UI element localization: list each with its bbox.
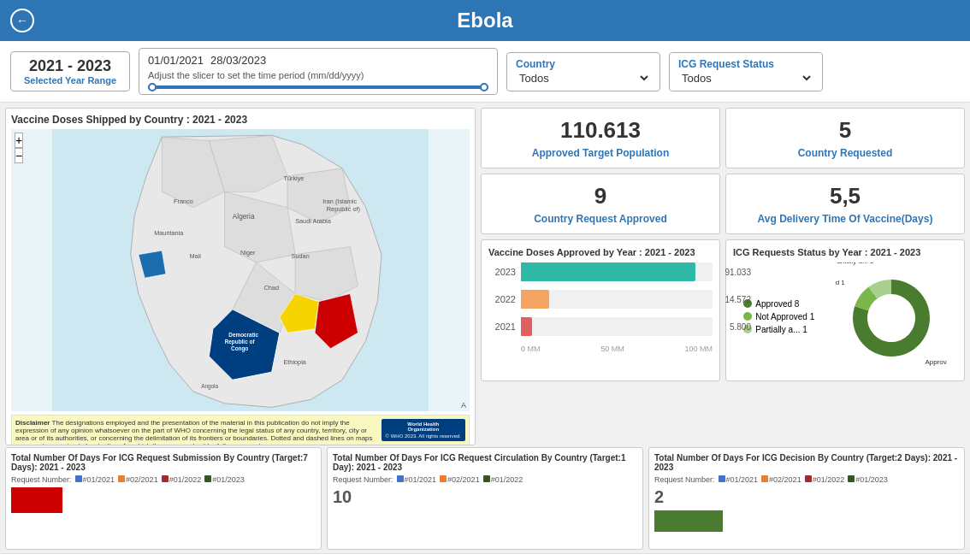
icg-filter-label: ICG Request Status xyxy=(678,58,813,70)
bar-bg: 14.572 xyxy=(521,290,713,309)
map-zoom-out[interactable]: − xyxy=(15,148,23,163)
bar-fill xyxy=(521,290,549,309)
stat-number-3: 5,5 xyxy=(735,183,955,209)
bar-fill xyxy=(521,262,695,281)
map-svg: Algeria Mauritania Mali Niger Chad Sudan… xyxy=(11,129,470,411)
donut-legend: Approved 8Not Approved 1Partially a... 1 xyxy=(743,299,814,338)
icg-filter[interactable]: ICG Request Status Todos xyxy=(669,52,823,91)
bar-year: 2022 xyxy=(488,294,516,304)
filter-bar: 2021 - 2023 Selected Year Range 01/01/20… xyxy=(0,41,970,103)
bar-fill xyxy=(521,317,532,336)
bar-bg: 5.800 xyxy=(521,317,713,336)
stat-card-0: 110.613 Approved Target Population xyxy=(481,108,720,168)
map-panel: Vaccine Doses Shipped by Country : 2021 … xyxy=(5,108,476,445)
country-filter-select[interactable]: Todos xyxy=(516,71,651,85)
svg-text:Iran (Islamic: Iran (Islamic xyxy=(322,197,357,205)
donut-label: Partially a... 1 xyxy=(836,262,874,265)
axis-label: 0 MM xyxy=(521,345,541,353)
bottom-legend-item: #01/2023 xyxy=(204,475,245,484)
map-disclaimer: World Health Organization © WHO 2023. Al… xyxy=(11,415,470,445)
bar-val: 5.800 xyxy=(730,322,751,332)
stat-card-2: 9 Country Request Approved xyxy=(481,174,720,234)
legend-label: Not Approved 1 xyxy=(755,312,814,321)
who-line2: Organization xyxy=(386,427,461,432)
charts-row: Vaccine Doses Approved by Year : 2021 - … xyxy=(481,239,965,381)
svg-text:Türkiye: Türkiye xyxy=(283,174,304,182)
footer: Microsoft Power BI − + 47% ↗ ⤢ xyxy=(0,553,970,560)
bottom-title-1: Total Number Of Days For ICG Request Cir… xyxy=(333,453,637,472)
svg-text:Sudan: Sudan xyxy=(292,252,310,260)
bottom-legend-item: #01/2022 xyxy=(483,475,523,484)
stat-label-1: Country Requested xyxy=(735,147,955,159)
date-hint: Adjust the slicer to set the time period… xyxy=(148,70,488,80)
axis-label: 50 MM xyxy=(600,345,624,353)
country-filter-label: Country xyxy=(516,58,651,70)
bottom-legend-item: #02/2021 xyxy=(440,475,480,484)
svg-text:Mali: Mali xyxy=(189,252,201,260)
bar-year: 2021 xyxy=(488,321,516,332)
bottom-card-1: Total Number Of Days For ICG Request Cir… xyxy=(327,447,643,550)
donut-label: Not Approved 1 xyxy=(836,279,845,286)
stat-label-2: Country Request Approved xyxy=(490,213,711,225)
bottom-legend-item: #01/2021 xyxy=(397,475,437,484)
date-slider[interactable] xyxy=(148,85,488,89)
map-zoom-in[interactable]: + xyxy=(15,133,23,148)
legend-item: Partially a... 1 xyxy=(743,325,814,334)
icg-filter-select[interactable]: Todos xyxy=(678,71,813,85)
map-label-a: A xyxy=(461,401,466,410)
svg-text:Republic of): Republic of) xyxy=(327,205,360,213)
legend-label: Partially a... 1 xyxy=(755,325,807,334)
svg-text:Angola: Angola xyxy=(201,383,218,390)
stat-card-1: 5 Country Requested xyxy=(725,108,965,168)
bottom-legend-1: Request Number: #01/2021#02/2021#01/2022 xyxy=(333,475,637,484)
bottom-bar-green xyxy=(654,510,723,532)
map-title: Vaccine Doses Shipped by Country : 2021 … xyxy=(11,114,470,126)
date-range-filter: 01/01/2021 28/03/2023 Adjust the slicer … xyxy=(139,48,498,95)
legend-dot xyxy=(743,312,752,321)
app-header: ← Ebola xyxy=(0,0,970,41)
stat-number-0: 110.613 xyxy=(490,117,711,144)
legend-item: Approved 8 xyxy=(743,299,814,309)
slider-thumb-right[interactable] xyxy=(480,83,488,91)
bar-row: 2021 5.800 xyxy=(488,317,713,336)
donut-area: Approved 8Not Approved 1Partially a... 1… xyxy=(733,262,957,374)
bar-chart-title: Vaccine Doses Approved by Year : 2021 - … xyxy=(488,247,713,257)
bar-val: 91.033 xyxy=(725,268,751,277)
bar-year: 2023 xyxy=(488,267,516,277)
who-logo: World Health Organization © WHO 2023. Al… xyxy=(381,419,465,441)
bottom-legend-item: #01/2021 xyxy=(719,475,759,484)
svg-text:Ethiopia: Ethiopia xyxy=(283,358,306,366)
date-from: 01/01/2021 xyxy=(148,54,204,67)
back-button[interactable]: ← xyxy=(10,9,34,32)
stat-number-1: 5 xyxy=(735,117,955,144)
svg-text:Republic of: Republic of xyxy=(225,339,256,345)
country-filter[interactable]: Country Todos xyxy=(506,52,660,91)
stats-grid: 110.613 Approved Target Population 5 Cou… xyxy=(481,108,965,234)
disclaimer-text: The designations employed and the presen… xyxy=(15,419,373,445)
bottom-title-0: Total Number Of Days For ICG Request Sub… xyxy=(11,453,316,472)
bottom-bar-visual xyxy=(11,487,62,513)
svg-text:Congo: Congo xyxy=(231,345,248,352)
slider-thumb-left[interactable] xyxy=(148,83,157,91)
bottom-card-0: Total Number Of Days For ICG Request Sub… xyxy=(5,447,322,550)
stat-number-2: 9 xyxy=(490,183,711,209)
disclaimer-title: Disclaimer xyxy=(15,419,50,427)
bar-bg: 91.033 xyxy=(521,262,713,281)
bottom-legend-item: #01/2022 xyxy=(162,475,202,484)
bar-row: 2022 14.572 xyxy=(488,290,713,309)
bottom-title-2: Total Number Of Days For ICG Decision By… xyxy=(654,453,959,472)
donut-label: Approved 8 xyxy=(925,358,947,366)
stat-card-3: 5,5 Avg Delivery Time Of Vaccine(Days) xyxy=(725,174,965,234)
bottom-legend-item: #01/2022 xyxy=(805,475,845,484)
bottom-number-2: 2 xyxy=(654,487,959,507)
app-title: Ebola xyxy=(457,9,512,32)
bottom-number-1: 10 xyxy=(333,487,637,507)
svg-text:Democratic: Democratic xyxy=(228,332,258,338)
bottom-legend-item: #02/2021 xyxy=(118,475,158,484)
stat-label-3: Avg Delivery Time Of Vaccine(Days) xyxy=(735,213,955,225)
svg-text:Mauritania: Mauritania xyxy=(154,229,184,237)
axis-label: 100 MM xyxy=(684,345,713,353)
bottom-legend-2: Request Number: #01/2021#02/2021#01/2022… xyxy=(654,475,959,484)
year-range-label: Selected Year Range xyxy=(23,75,117,85)
svg-text:Saudi Arabia: Saudi Arabia xyxy=(295,217,331,225)
